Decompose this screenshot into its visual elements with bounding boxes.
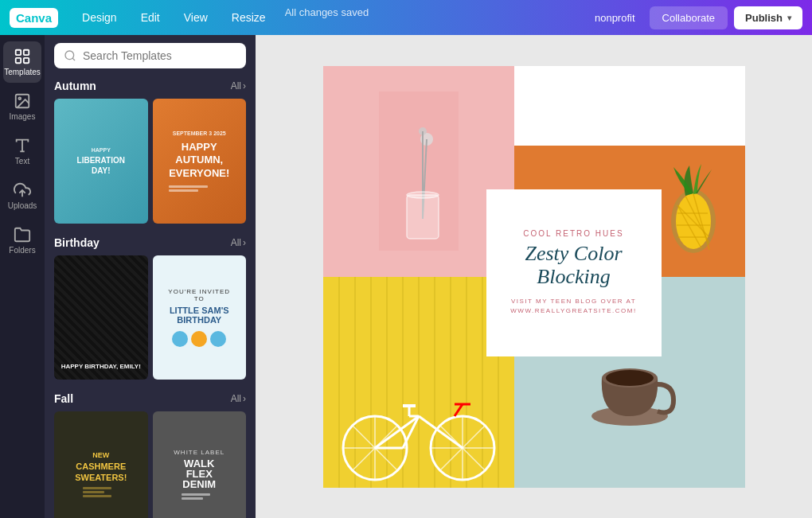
nav-menu: Design Edit View Resize All changes save…	[71, 6, 580, 29]
publish-dropdown-arrow: ▾	[787, 14, 791, 22]
svg-point-5	[18, 97, 21, 99]
svg-rect-3	[24, 58, 29, 63]
uploads-icon	[14, 181, 31, 199]
category-autumn: Autumn All › HAPPY LIBERATION DAY!	[54, 80, 246, 224]
nav-right-actions: nonprofit Collaborate Publish ▾	[587, 6, 802, 29]
publish-button[interactable]: Publish ▾	[734, 6, 802, 29]
nonprofit-button[interactable]: nonprofit	[587, 7, 643, 29]
canvas-overlay-card: COOL RETRO HUES Zesty Color Blocking VIS…	[486, 189, 662, 356]
save-status: All changes saved	[285, 6, 369, 29]
category-header-birthday: Birthday All ›	[54, 236, 246, 249]
nav-view[interactable]: View	[173, 6, 219, 29]
top-navigation: Canva Design Edit View Resize All change…	[0, 0, 812, 35]
category-title-autumn: Autumn	[54, 80, 96, 92]
text-label: Text	[15, 157, 29, 166]
category-header-fall: Fall All ›	[54, 392, 246, 405]
svg-line-10	[72, 58, 75, 60]
search-input[interactable]	[83, 49, 236, 62]
nav-resize[interactable]: Resize	[221, 6, 277, 29]
template-item[interactable]: YOU'RE INVITED TO LITTLE SAM'S BIRTHDAY	[153, 255, 247, 380]
fall-template-grid: NEW CASHMERE SWEATERS!	[54, 411, 246, 518]
templates-icon	[14, 48, 31, 65]
canvas-subtitle: COOL RETRO HUES	[523, 229, 623, 238]
birthday-template-grid: HAPPY BIRTHDAY, EMILY! YOU'RE INVITED TO…	[54, 255, 246, 380]
sidebar-item-text[interactable]: Text	[3, 130, 41, 172]
category-all-autumn[interactable]: All ›	[231, 80, 246, 92]
svg-rect-2	[16, 58, 21, 63]
chevron-right-icon: ›	[243, 80, 246, 92]
category-birthday: Birthday All › HAPPY BIRTHDAY, EMILY!	[54, 236, 246, 380]
flowers-image	[379, 92, 459, 251]
images-icon	[14, 92, 31, 110]
yellow-wall-image	[323, 277, 514, 488]
canvas-cell-white	[514, 66, 745, 146]
search-input-wrap[interactable]	[54, 43, 246, 68]
category-title-birthday: Birthday	[54, 236, 100, 249]
chevron-right-icon: ›	[243, 393, 246, 404]
canvas-cell-yellow	[323, 277, 514, 488]
templates-scroll-area[interactable]: Autumn All › HAPPY LIBERATION DAY!	[45, 76, 256, 518]
templates-label: Templates	[4, 68, 41, 76]
chevron-right-icon: ›	[243, 237, 246, 248]
category-title-fall: Fall	[54, 392, 73, 405]
svg-point-9	[65, 51, 74, 60]
sidebar-item-images[interactable]: Images	[3, 86, 41, 127]
category-all-birthday[interactable]: All ›	[231, 237, 246, 248]
search-icon	[64, 49, 76, 62]
template-item[interactable]: SEPTEMBER 3 2025 HAPPY AUTUMN, EVERYONE!	[153, 99, 247, 224]
templates-panel: Autumn All › HAPPY LIBERATION DAY!	[45, 35, 256, 518]
logo-text: Canva	[16, 11, 52, 25]
sidebar-item-templates[interactable]: Templates	[3, 41, 41, 83]
svg-rect-0	[16, 50, 21, 55]
canvas-cell-pink	[323, 66, 514, 277]
svg-point-17	[407, 192, 439, 198]
nav-edit[interactable]: Edit	[130, 6, 171, 29]
sidebar-item-uploads[interactable]: Uploads	[3, 175, 41, 216]
category-fall: Fall All › NEW CASHMERE SWEATERS!	[54, 392, 246, 518]
canvas-title: Zesty Color Blocking	[499, 243, 649, 288]
left-sidebar: Templates Images Text Uploads	[0, 35, 45, 518]
main-area: Templates Images Text Uploads	[0, 35, 812, 518]
sidebar-item-folders[interactable]: Folders	[3, 220, 41, 261]
template-item[interactable]: WHITE LABEL WALK FLEX DENIM	[153, 411, 247, 518]
search-bar-container	[45, 35, 256, 76]
template-item[interactable]: HAPPY BIRTHDAY, EMILY!	[54, 255, 148, 380]
category-header-autumn: Autumn All ›	[54, 80, 246, 92]
svg-rect-16	[407, 195, 439, 239]
folders-label: Folders	[9, 246, 35, 255]
autumn-template-grid: HAPPY LIBERATION DAY! SEPTEMBER 3 2025 H…	[54, 99, 246, 224]
canva-logo[interactable]: Canva	[10, 8, 58, 28]
canvas-body: VISIT MY TEEN BLOG OVER AT WWW.REALLYGRE…	[499, 297, 649, 316]
nav-design[interactable]: Design	[71, 6, 128, 29]
canvas-area[interactable]: COOL RETRO HUES Zesty Color Blocking VIS…	[256, 35, 812, 518]
folders-icon	[14, 226, 31, 243]
pineapple-image	[658, 150, 729, 269]
template-item[interactable]: NEW CASHMERE SWEATERS!	[54, 411, 148, 518]
publish-label: Publish	[745, 12, 783, 24]
svg-point-70	[606, 370, 654, 386]
collaborate-button[interactable]: Collaborate	[650, 6, 728, 29]
canvas-content: COOL RETRO HUES Zesty Color Blocking VIS…	[323, 66, 745, 488]
template-item[interactable]: HAPPY LIBERATION DAY!	[54, 99, 148, 224]
svg-rect-1	[24, 50, 29, 55]
text-icon	[14, 137, 31, 154]
category-all-fall[interactable]: All ›	[231, 393, 246, 404]
uploads-label: Uploads	[8, 201, 37, 210]
images-label: Images	[10, 112, 36, 121]
